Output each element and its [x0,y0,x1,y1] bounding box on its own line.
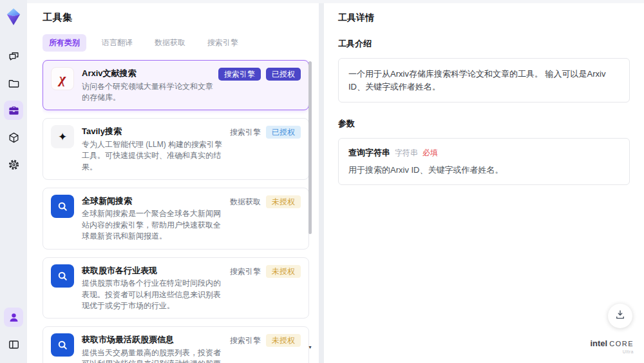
core-wordmark: CORE [609,340,634,348]
tool-list-item[interactable]: 全球新闻搜索 全球新闻搜索是一个聚合全球各大新闻网站内容的搜索引擎，帮助用户快速… [43,188,309,250]
intro-heading: 工具介绍 [338,38,630,50]
top-edge-strip [27,0,644,3]
gear-icon [8,159,20,171]
tool-category-badge: 数据获取 [230,195,261,208]
tool-description: 专为人工智能代理 (LLM) 构建的搜索引擎工具。可快速提供实时、准确和真实的结… [82,139,225,173]
tab-3[interactable]: 搜索引擎 [201,34,245,52]
sidebar [0,0,27,363]
sidebar-item-files[interactable] [4,74,23,93]
tool-list-item[interactable]: 获取市场最活跃股票信息 提供当天交易量最高的股票列表，投资者可以利用这些信息来识… [43,326,309,363]
tool-name: 获取股市各行业表现 [82,264,225,277]
tool-description: 提供股票市场各个行业在特定时间段内的表现。投资者可以利用这些信息来识别表现优于或… [82,278,225,311]
panel-divider [319,0,324,363]
tool-intro-text: 一个用于从Arxiv存储库搜索科学论文和文章的工具。 输入可以是Arxiv ID… [338,58,630,103]
tool-list: χ Arxiv文献搜索 访问各个研究领域大量科学论文和文章的存储库。 搜索引擎 … [43,60,309,363]
scrollbar-down-arrow-icon[interactable]: ▾ [308,345,312,350]
tool-list-item[interactable]: 获取股市各行业表现 提供股票市场各个行业在特定时间段内的表现。投资者可以利用这些… [43,257,309,319]
intel-wordmark: intel [590,338,607,348]
page-title: 工具集 [43,12,319,24]
tool-status-badge: 未授权 [266,195,301,208]
panel-icon [8,338,20,351]
params-heading: 参数 [338,118,630,130]
parameter-card: 查询字符串 字符串 必填 用于搜索的Arxiv ID、关键字或作者姓名。 [338,138,630,185]
param-description: 用于搜索的Arxiv ID、关键字或作者姓名。 [348,164,620,176]
sidebar-nav [4,46,23,174]
intel-core-logo: intelCORE Ultra [590,338,634,354]
detail-title: 工具详情 [338,12,630,24]
sidebar-item-user[interactable] [4,308,23,327]
news-icon [51,264,74,288]
sidebar-item-settings[interactable] [4,155,23,174]
list-scrollbar[interactable]: ▾ [308,57,312,363]
category-tabs: 所有类别语言翻译数据获取搜索引擎 [43,34,319,52]
tool-category-badge: 搜索引擎 [218,68,261,81]
ultra-wordmark: Ultra [590,349,634,354]
tool-description: 访问各个研究领域大量科学论文和文章的存储库。 [82,81,213,104]
sidebar-item-tools[interactable] [4,101,23,120]
tool-status-badge: 已授权 [266,68,301,81]
tool-description: 全球新闻搜索是一个聚合全球各大新闻网站内容的搜索引擎，帮助用户快速获取全球最新资… [82,208,225,242]
sidebar-item-panels[interactable] [4,335,23,354]
user-icon [8,311,20,324]
tool-detail-panel: 工具详情 工具介绍 一个用于从Arxiv存储库搜索科学论文和文章的工具。 输入可… [324,0,644,363]
news-icon [51,333,74,357]
tab-2[interactable]: 数据获取 [148,34,192,52]
sidebar-item-models[interactable] [4,128,23,147]
download-icon [614,309,626,323]
tavily-icon: ✦ [51,125,74,148]
param-name: 查询字符串 [348,147,390,159]
app-window: 工具集 所有类别语言翻译数据获取搜索引擎 χ Arxiv文献搜索 访问各个研究领… [0,0,644,363]
tool-name: Tavily搜索 [82,125,225,138]
briefcase-icon [8,104,20,117]
param-type: 字符串 [395,148,418,159]
sidebar-bottom [4,308,23,354]
tool-description: 提供当天交易量最高的股票列表，投资者可以利用这些信息来识别流动性强的股票和潜在的… [82,348,225,363]
tool-list-item[interactable]: ✦ Tavily搜索 专为人工智能代理 (LLM) 构建的搜索引擎工具。可快速提… [43,118,309,180]
tool-status-badge: 未授权 [266,265,301,278]
tool-status-badge: 已授权 [266,126,301,139]
param-required-badge: 必填 [422,148,438,159]
download-button[interactable] [608,304,632,328]
tool-list-item[interactable]: χ Arxiv文献搜索 访问各个研究领域大量科学论文和文章的存储库。 搜索引擎 … [43,60,309,110]
sidebar-item-chat[interactable] [4,46,23,66]
app-logo-gem-icon [5,8,22,26]
tool-category-badge: 搜索引擎 [230,334,261,347]
tab-1[interactable]: 语言翻译 [95,34,139,52]
chat-icon [8,50,20,63]
folder-icon [8,77,20,90]
tab-0[interactable]: 所有类别 [43,34,86,52]
tool-list-panel: 工具集 所有类别语言翻译数据获取搜索引擎 χ Arxiv文献搜索 访问各个研究领… [27,0,319,363]
arxiv-icon: χ [51,67,74,90]
tool-name: Arxiv文献搜索 [82,67,213,80]
tool-category-badge: 搜索引擎 [230,126,261,139]
tool-name: 全球新闻搜索 [82,195,225,208]
news-icon [51,195,74,218]
cube-icon [8,132,20,144]
tool-name: 获取市场最活跃股票信息 [82,333,225,346]
scrollbar-thumb[interactable] [308,61,312,234]
tool-status-badge: 未授权 [266,334,301,347]
tool-category-badge: 搜索引擎 [230,265,261,278]
